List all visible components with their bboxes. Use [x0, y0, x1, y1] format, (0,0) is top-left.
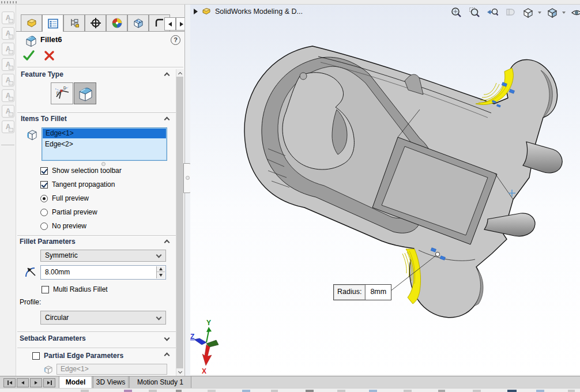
- panel-scrollbar[interactable]: [176, 69, 183, 376]
- cancel-button[interactable]: [43, 49, 57, 63]
- scroll-up-button[interactable]: [176, 69, 184, 77]
- fillet-type-icon: [77, 85, 94, 102]
- profile-dropdown[interactable]: Circular: [40, 311, 166, 325]
- checkbox-icon: [40, 167, 48, 175]
- feature-type-fillet-button[interactable]: [74, 82, 96, 104]
- view-orientation-icon[interactable]: [521, 6, 535, 20]
- section-label: Partial Edge Parameters: [44, 352, 123, 360]
- last-tab-button[interactable]: [43, 378, 55, 387]
- items-to-fillet-header[interactable]: Items To Fillet: [21, 115, 67, 123]
- radius-spinner[interactable]: [156, 266, 165, 278]
- help-icon[interactable]: ?: [171, 35, 180, 45]
- list-item[interactable]: Edge<1>: [43, 129, 166, 138]
- tab-3d-views[interactable]: 3D Views: [93, 376, 129, 389]
- list-resize-dot[interactable]: [101, 162, 106, 166]
- checkbox-icon: [40, 181, 48, 189]
- callout-value-field[interactable]: 8mm: [366, 285, 391, 300]
- radius-value: 8.00mm: [45, 268, 70, 276]
- next-tab-button[interactable]: [30, 378, 42, 387]
- top-strip: [0, 0, 580, 5]
- feature-type-header[interactable]: Feature Type: [21, 70, 63, 78]
- divider: [17, 67, 183, 68]
- multi-radius-checkbox[interactable]: Multi Radius Fillet: [42, 285, 108, 294]
- section-view-icon[interactable]: [503, 6, 517, 20]
- zoom-to-fit-icon[interactable]: [450, 6, 464, 20]
- tab-model[interactable]: Model: [59, 376, 92, 389]
- triad-x-label: X: [202, 367, 206, 375]
- collapse-chevron-icon[interactable]: [164, 240, 170, 246]
- partial-edge-parameters-checkbox[interactable]: Partial Edge Parameters: [32, 351, 123, 360]
- featuremanager-tab[interactable]: [21, 14, 42, 32]
- annotation-tool-icon-5: A: [2, 74, 14, 86]
- annotation-tool-icon-8: A: [2, 120, 14, 133]
- propertymanager-tab[interactable]: [42, 14, 63, 32]
- setback-parameters-header[interactable]: Setback Parameters: [20, 334, 86, 342]
- chevron-down-icon: [156, 252, 162, 258]
- dimxpertmanager-tab[interactable]: [85, 14, 106, 32]
- feature-type-weld-button[interactable]: D D: [51, 82, 73, 104]
- display-style-icon[interactable]: [545, 6, 559, 20]
- orientation-triad: Z Y X: [190, 319, 219, 375]
- profile-label: Profile:: [20, 298, 41, 306]
- divider: [17, 331, 183, 333]
- left-triangle-icon: [168, 22, 172, 27]
- radio-icon: [40, 223, 48, 230]
- graphics-area[interactable]: Z Y X SolidWorks Modeling & D...: [190, 5, 580, 375]
- symmetry-dropdown[interactable]: Symmetric: [40, 250, 166, 262]
- tab-scroll-left-button[interactable]: [164, 17, 176, 31]
- annotation-tool-icon-3: A: [2, 43, 14, 55]
- displaymanager-tab[interactable]: [106, 14, 127, 32]
- collapse-chevron-icon[interactable]: [164, 73, 170, 78]
- heads-up-toolbar: [450, 6, 580, 20]
- configurationmanager-tab[interactable]: [63, 14, 85, 32]
- scroll-down-button[interactable]: [176, 368, 184, 376]
- callout-label: Radius:: [334, 285, 366, 300]
- model-3d[interactable]: Z Y X: [190, 5, 580, 375]
- edge-cube-icon: [43, 364, 54, 375]
- weld-fillet-icon: D D: [54, 85, 71, 102]
- tangent-propagation-checkbox[interactable]: Tangent propagation: [40, 180, 115, 189]
- edge-selection-icon: [25, 127, 39, 141]
- document-tab-bar: Model 3D Views Motion Study 1: [0, 376, 580, 388]
- divider: [1, 145, 14, 145]
- handle-dot: [186, 176, 190, 180]
- dropdown-arrow-icon[interactable]: [538, 12, 541, 14]
- expand-arrow-icon[interactable]: [194, 9, 198, 14]
- tab-motion-study-1[interactable]: Motion Study 1: [129, 376, 191, 389]
- show-selection-toolbar-checkbox[interactable]: Show selection toolbar: [40, 166, 122, 175]
- flyout-title[interactable]: SolidWorks Modeling & D...: [215, 7, 303, 16]
- collapse-chevron-icon[interactable]: [164, 353, 170, 359]
- radius-callout[interactable]: Radius: 8mm: [333, 284, 391, 300]
- ok-button[interactable]: [22, 49, 36, 63]
- divider: [17, 235, 183, 236]
- first-tab-button[interactable]: [3, 378, 16, 387]
- fillet-parameters-header[interactable]: Fillet Parameters: [20, 238, 76, 246]
- full-preview-radio[interactable]: Full preview: [40, 194, 89, 203]
- edge-selection-list[interactable]: Edge<1> Edge<2>: [42, 127, 167, 161]
- spinner-down-button[interactable]: [157, 272, 165, 278]
- annotation-tool-icon-7: A: [2, 105, 14, 118]
- right-triangle-icon: [180, 22, 183, 27]
- no-preview-radio[interactable]: No preview: [40, 221, 86, 231]
- list-item[interactable]: Edge<2>: [42, 139, 167, 149]
- fillet-feature-icon: [24, 33, 38, 47]
- previous-view-icon[interactable]: [485, 6, 499, 20]
- configurationmanager-icon: [68, 17, 81, 29]
- part-icon: [201, 6, 212, 17]
- prev-tab-button[interactable]: [17, 378, 29, 387]
- dropdown-arrow-icon[interactable]: [562, 12, 566, 14]
- cam-tab[interactable]: [127, 14, 149, 32]
- hide-show-items-icon[interactable]: [570, 6, 580, 20]
- zoom-to-area-icon[interactable]: [468, 6, 481, 20]
- feature-tree-flyout[interactable]: SolidWorks Modeling & D...: [194, 6, 303, 17]
- radius-input[interactable]: 8.00mm: [40, 265, 166, 280]
- checkbox-icon: [32, 352, 40, 360]
- toolbar-grip: [1, 1, 18, 3]
- radio-icon: [40, 195, 48, 202]
- triad-y-label: Y: [206, 319, 211, 327]
- partial-preview-radio[interactable]: Partial preview: [40, 208, 97, 217]
- expand-chevron-icon[interactable]: [164, 336, 170, 341]
- collapse-chevron-icon[interactable]: [164, 117, 170, 123]
- spinner-up-button[interactable]: [157, 266, 165, 272]
- propertymanager-icon: [47, 17, 59, 30]
